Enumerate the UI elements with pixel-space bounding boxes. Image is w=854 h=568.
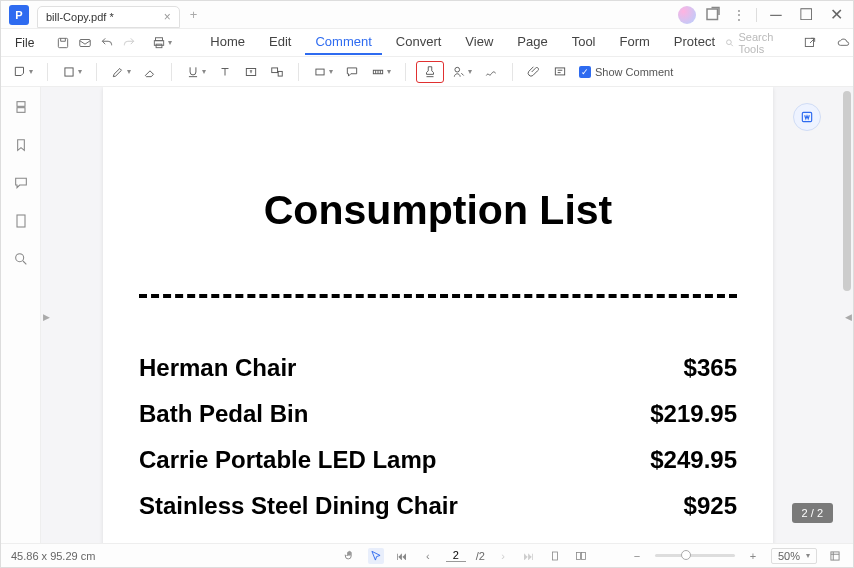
list-item: Stainless Steel Dining Chair$925 <box>139 492 737 520</box>
main-area: ▶ Consumption List Herman Chair$365 Bath… <box>1 87 853 543</box>
svg-rect-21 <box>552 552 557 560</box>
items-list: Herman Chair$365 Bath Pedal Bin$219.95 C… <box>139 354 737 520</box>
maximize-button[interactable]: ☐ <box>795 4 817 26</box>
item-name: Stainless Steel Dining Chair <box>139 492 458 520</box>
svg-rect-11 <box>278 71 282 76</box>
tab-form[interactable]: Form <box>610 30 660 55</box>
svg-rect-12 <box>316 69 324 75</box>
vertical-scrollbar[interactable] <box>843 91 851 291</box>
print-icon[interactable]: ▾ <box>152 33 172 53</box>
prev-page-icon[interactable]: ‹ <box>420 548 436 564</box>
item-price: $219.95 <box>650 400 737 428</box>
svg-rect-5 <box>156 44 162 48</box>
close-tab-icon[interactable]: × <box>164 10 171 24</box>
page-indicator-badge: 2 / 2 <box>792 503 833 523</box>
tab-home[interactable]: Home <box>200 30 255 55</box>
last-page-icon[interactable]: ⏭ <box>521 548 537 564</box>
comment-tool[interactable] <box>341 61 363 83</box>
zoom-level[interactable]: 50%▾ <box>771 548 817 564</box>
share-icon[interactable] <box>802 33 818 53</box>
profile-avatar[interactable] <box>678 6 696 24</box>
kebab-menu-icon[interactable]: ⋮ <box>730 6 748 24</box>
pencil-tool[interactable]: ▾ <box>107 61 135 83</box>
window-detach-icon[interactable] <box>704 6 722 24</box>
show-comment-toggle[interactable]: ✓ Show Comment <box>579 66 673 78</box>
item-name: Herman Chair <box>139 354 296 382</box>
titlebar: P bill-Copy.pdf * × + ⋮ ─ ☐ ✕ <box>1 1 853 29</box>
hide-comment-tool[interactable] <box>549 61 571 83</box>
statusbar-right: ⏮ ‹ /2 › ⏭ − + 50%▾ <box>342 548 843 564</box>
tab-tool[interactable]: Tool <box>562 30 606 55</box>
document-tab[interactable]: bill-Copy.pdf * × <box>37 6 180 28</box>
tab-protect[interactable]: Protect <box>664 30 725 55</box>
next-page-icon[interactable]: › <box>495 548 511 564</box>
bookmark-icon[interactable] <box>11 135 31 155</box>
word-export-button[interactable] <box>793 103 821 131</box>
textbox-tool[interactable] <box>240 61 262 83</box>
attachment-tool[interactable] <box>523 61 545 83</box>
left-sidebar <box>1 87 41 543</box>
search-panel-icon[interactable] <box>11 249 31 269</box>
signature-tool[interactable]: ▾ <box>448 61 476 83</box>
measure-tool[interactable]: ▾ <box>367 61 395 83</box>
tab-convert[interactable]: Convert <box>386 30 452 55</box>
page-dimensions: 45.86 x 95.29 cm <box>11 550 95 562</box>
svg-rect-0 <box>707 9 718 20</box>
mail-icon[interactable] <box>78 33 92 53</box>
zoom-slider[interactable] <box>655 554 735 557</box>
search-tools[interactable]: Search Tools <box>725 31 788 55</box>
save-icon[interactable] <box>56 33 70 53</box>
zoom-in-icon[interactable]: + <box>745 548 761 564</box>
tab-comment[interactable]: Comment <box>305 30 381 55</box>
close-window-button[interactable]: ✕ <box>825 4 847 26</box>
attachments-panel-icon[interactable] <box>11 211 31 231</box>
first-page-icon[interactable]: ⏮ <box>394 548 410 564</box>
undo-icon[interactable] <box>100 33 114 53</box>
draw-sign-tool[interactable] <box>480 61 502 83</box>
single-page-icon[interactable] <box>547 548 563 564</box>
svg-rect-8 <box>65 67 73 75</box>
svg-rect-15 <box>555 67 564 74</box>
zoom-out-icon[interactable]: − <box>629 548 645 564</box>
redo-icon[interactable] <box>122 33 136 53</box>
zoom-value: 50% <box>778 550 800 562</box>
divider <box>139 294 737 298</box>
file-menu[interactable]: File <box>5 36 44 50</box>
callout-tool[interactable] <box>266 61 288 83</box>
cloud-icon[interactable] <box>836 33 852 53</box>
list-item: Carrie Portable LED Lamp$249.95 <box>139 446 737 474</box>
underline-tool[interactable]: ▾ <box>182 61 210 83</box>
note-tool[interactable]: ▾ <box>9 61 37 83</box>
comment-toolbar: ▾ ▾ ▾ ▾ ▾ ▾ ▾ ✓ Show Comment <box>1 57 853 87</box>
show-comment-label: Show Comment <box>595 66 673 78</box>
shape-rect-tool[interactable]: ▾ <box>309 61 337 83</box>
text-tool[interactable] <box>214 61 236 83</box>
tab-view[interactable]: View <box>455 30 503 55</box>
search-placeholder: Search Tools <box>738 31 788 55</box>
two-page-icon[interactable] <box>573 548 589 564</box>
slider-thumb[interactable] <box>681 550 691 560</box>
tab-edit[interactable]: Edit <box>259 30 301 55</box>
eraser-tool[interactable] <box>139 61 161 83</box>
document-viewport[interactable]: Consumption List Herman Chair$365 Bath P… <box>41 87 853 543</box>
fit-page-icon[interactable] <box>827 548 843 564</box>
select-tool-icon[interactable] <box>368 548 384 564</box>
highlight-tool[interactable]: ▾ <box>58 61 86 83</box>
tab-title: bill-Copy.pdf * <box>46 11 114 23</box>
thumbnails-icon[interactable] <box>11 97 31 117</box>
add-tab-button[interactable]: + <box>190 7 198 22</box>
svg-rect-2 <box>80 39 91 46</box>
minimize-button[interactable]: ─ <box>765 4 787 26</box>
comments-panel-icon[interactable] <box>11 173 31 193</box>
hand-tool-icon[interactable] <box>342 548 358 564</box>
svg-rect-17 <box>17 108 25 113</box>
tab-page[interactable]: Page <box>507 30 557 55</box>
menubar-right: Search Tools ⌃ <box>725 31 854 55</box>
page-number-input[interactable] <box>446 549 466 562</box>
svg-rect-10 <box>272 67 278 72</box>
expand-right-icon[interactable]: ◀ <box>843 307 853 327</box>
svg-point-6 <box>727 39 732 44</box>
document-page: Consumption List Herman Chair$365 Bath P… <box>103 87 773 543</box>
stamp-tool[interactable] <box>416 61 444 83</box>
document-title: Consumption List <box>139 187 737 234</box>
